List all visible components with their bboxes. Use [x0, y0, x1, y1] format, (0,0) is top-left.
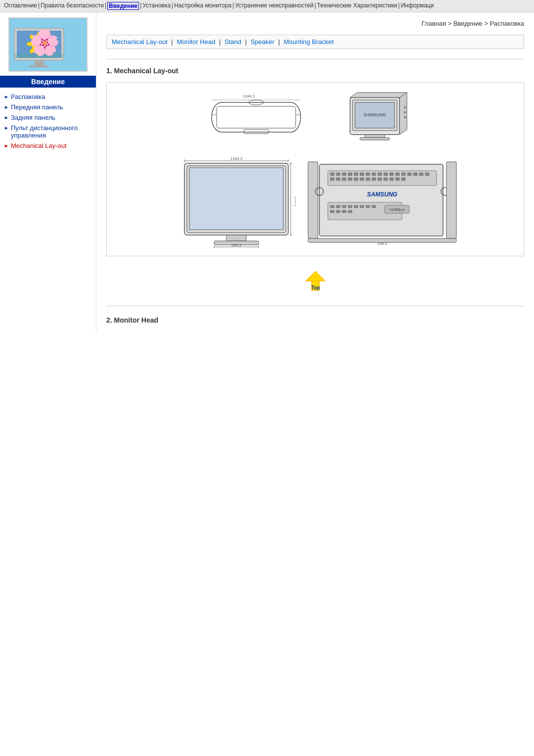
svg-point-13 — [42, 34, 49, 42]
svg-rect-29 — [365, 135, 385, 138]
arrow-icon-5: ► — [4, 143, 9, 148]
svg-rect-98 — [348, 210, 352, 213]
svg-rect-95 — [330, 210, 334, 213]
divider-bottom — [106, 306, 524, 306]
drawings-area: 1184.3 — [106, 82, 524, 256]
nav-sep-5: | — [232, 2, 234, 10]
svg-rect-79 — [372, 178, 376, 181]
svg-rect-103 — [446, 162, 456, 238]
svg-rect-52 — [308, 162, 318, 238]
svg-rect-67 — [401, 173, 405, 176]
nav-sep-4: | — [172, 2, 173, 10]
svg-rect-91 — [354, 205, 358, 208]
sep-1: | — [171, 38, 173, 46]
nav-item-introduction[interactable]: Введение — [107, 2, 139, 10]
svg-point-12 — [42, 47, 49, 54]
svg-rect-55 — [330, 173, 334, 176]
section-link-speaker[interactable]: Speaker — [251, 38, 274, 46]
svg-point-7 — [37, 32, 41, 39]
nav-item-monitor-settings[interactable]: Настройка монитора — [174, 2, 231, 10]
svg-point-9 — [27, 42, 34, 46]
sidebar-label-back-panel: Задняя панель — [11, 114, 55, 121]
nav-item-oглавление[interactable]: Оглавление — [4, 2, 37, 10]
arrow-icon-3: ► — [4, 115, 9, 120]
section-link-stand[interactable]: Stand — [224, 38, 241, 46]
arrow-icon-1: ► — [4, 94, 9, 99]
monitor-front-view: 1184.3 — [177, 157, 296, 246]
section-link-monitor-head[interactable]: Monitor Head — [177, 38, 215, 46]
svg-point-14 — [29, 47, 37, 54]
breadcrumb: Главная > Введение > Распаковка — [106, 20, 524, 27]
svg-text:1184.3: 1184.3 — [242, 94, 255, 98]
svg-rect-62 — [372, 173, 376, 176]
monitor-top-view: 1184.3 — [202, 88, 311, 152]
divider-top — [106, 59, 524, 59]
svg-rect-30 — [360, 138, 390, 140]
arrow-icon-4: ► — [4, 125, 9, 131]
sep-3: | — [245, 38, 247, 46]
svg-rect-4 — [29, 65, 49, 67]
svg-rect-88 — [336, 205, 340, 208]
nav-sep-2: | — [105, 2, 106, 10]
sidebar-item-back-panel[interactable]: ► Задняя панель — [0, 112, 96, 123]
svg-rect-80 — [378, 178, 382, 181]
svg-rect-15 — [14, 54, 64, 58]
svg-point-11 — [29, 34, 37, 42]
svg-rect-96 — [336, 210, 340, 213]
svg-rect-42 — [226, 235, 246, 241]
svg-marker-107 — [306, 271, 325, 281]
svg-rect-41 — [189, 168, 283, 230]
svg-rect-69 — [413, 173, 417, 176]
svg-rect-70 — [419, 173, 423, 176]
nav-item-info[interactable]: Информаци — [400, 2, 434, 10]
sidebar-label-front-panel: Передняя панель — [11, 103, 63, 111]
section-link-mechanical[interactable]: Mechanical Lay-out — [112, 38, 168, 46]
svg-rect-64 — [384, 173, 388, 176]
svg-marker-28 — [350, 93, 407, 97]
nav-item-install[interactable]: Установка — [142, 2, 171, 10]
svg-rect-60 — [360, 173, 364, 176]
sidebar-label-remote: Пульт дистанционного управления — [11, 124, 92, 139]
svg-rect-66 — [396, 173, 400, 176]
svg-point-6 — [35, 40, 43, 48]
sidebar-item-mechanical[interactable]: ► Mechanical Lay-out — [0, 141, 96, 151]
svg-point-5 — [32, 37, 46, 51]
svg-rect-81 — [384, 178, 388, 181]
main-layout: Введение ► Распаковка ► Передняя панель … — [0, 12, 534, 331]
svg-rect-84 — [401, 178, 405, 181]
svg-rect-71 — [425, 173, 429, 176]
section-link-mounting-bracket[interactable]: Mounting Bracket — [284, 38, 334, 46]
svg-text:296.3: 296.3 — [377, 241, 387, 246]
monitor-back-view: SAMSUNG — [306, 157, 454, 246]
svg-point-32 — [404, 106, 406, 108]
svg-rect-90 — [348, 205, 352, 208]
section-links-bar: Mechanical Lay-out | Monitor Head | Stan… — [106, 35, 524, 49]
sep-2: | — [219, 38, 221, 46]
svg-rect-61 — [366, 173, 370, 176]
sidebar-label-mechanical: Mechanical Lay-out — [11, 142, 67, 149]
svg-rect-73 — [336, 178, 340, 181]
svg-rect-2 — [17, 31, 61, 58]
drawings-row-1: 1184.3 — [112, 88, 519, 152]
sidebar-logo — [8, 17, 88, 72]
svg-rect-75 — [348, 178, 352, 181]
svg-rect-56 — [336, 173, 340, 176]
svg-text:Top: Top — [311, 285, 320, 290]
sidebar-item-front-panel[interactable]: ► Передняя панель — [0, 102, 96, 112]
sep-4: | — [278, 38, 280, 46]
sidebar-item-raspakovka[interactable]: ► Распаковка — [0, 92, 96, 102]
top-button[interactable]: Top — [301, 269, 330, 293]
nav-item-tech-specs[interactable]: Технические Характеристики — [317, 2, 397, 10]
nav-item-safety[interactable]: Правила безопасности — [41, 2, 104, 10]
nav-item-troubleshoot[interactable]: Устранение неисправностей — [235, 2, 313, 10]
svg-rect-74 — [342, 178, 346, 181]
sidebar-item-remote[interactable]: ► Пульт дистанционного управления — [0, 123, 96, 141]
svg-text:1184.3: 1184.3 — [230, 157, 242, 161]
svg-rect-89 — [342, 205, 346, 208]
nav-sep-6: | — [314, 2, 316, 10]
arrow-icon-2: ► — [4, 104, 9, 110]
svg-rect-65 — [390, 173, 394, 176]
top-navigation: Оглавление | Правила безопасности | Введ… — [0, 0, 534, 12]
nav-sep-1: | — [38, 2, 40, 10]
svg-rect-92 — [360, 205, 364, 208]
